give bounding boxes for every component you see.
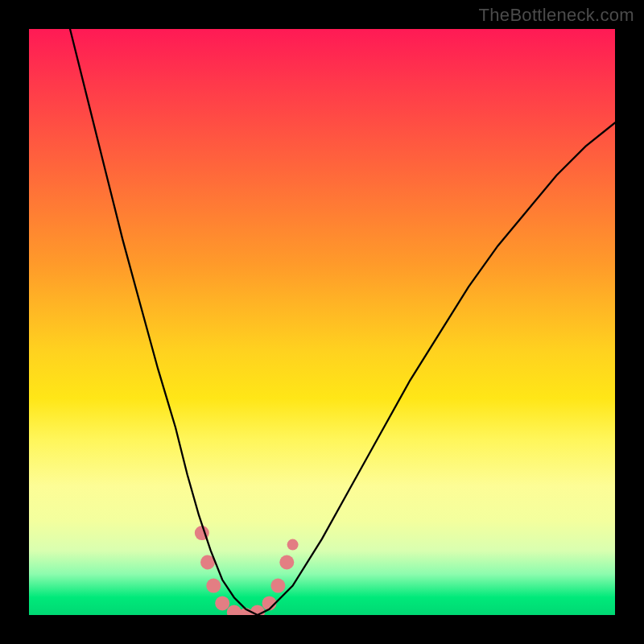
bottleneck-curve [70, 29, 615, 615]
curve-marker [270, 579, 285, 593]
curve-marker [206, 579, 221, 593]
plot-area [29, 29, 615, 615]
curve-marker [287, 539, 299, 551]
chart-svg [29, 29, 615, 615]
watermark-text: TheBottleneck.com [479, 5, 634, 26]
curve-marker [279, 555, 294, 570]
markers-group [195, 526, 299, 615]
chart-frame: TheBottleneck.com [0, 0, 644, 644]
curve-marker [215, 596, 229, 610]
